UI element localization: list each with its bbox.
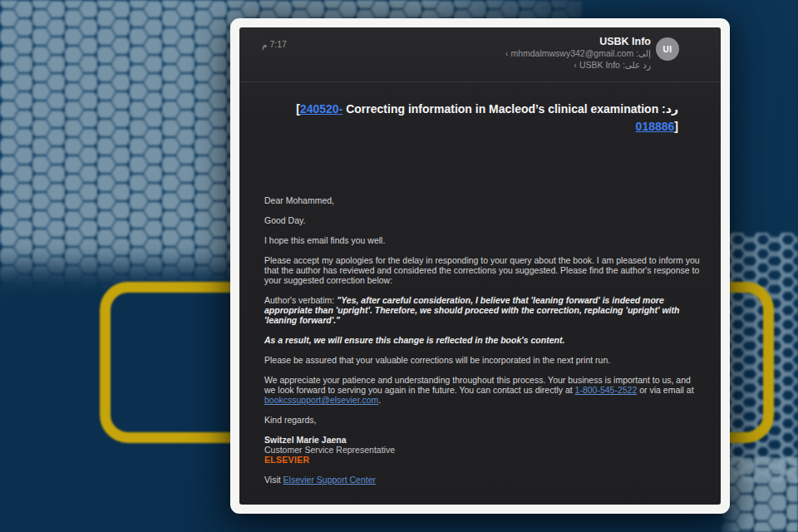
paragraph: Please accept my apologies for the delay… xyxy=(264,255,702,285)
to-address: mhmdalmwswy342@gmail.com xyxy=(510,48,633,60)
signature-block: Switzel Marie Jaena Customer Service Rep… xyxy=(264,435,702,465)
greeting: Dear Mohammed, xyxy=(264,195,702,205)
contact-text: or via email at xyxy=(637,385,693,395)
email-view: 7:17 م USBK Info ‹ mhmdalmwswy342@gmail.… xyxy=(239,27,721,505)
avatar[interactable]: UI xyxy=(656,37,679,61)
email-time: 7:17 م xyxy=(262,36,287,49)
chevron-left-icon: ‹ xyxy=(574,60,577,71)
support-email-link[interactable]: bookcssupport@elsevier.com xyxy=(264,395,378,405)
result-statement: As a result, we will ensure this change … xyxy=(264,335,702,345)
reply-to-value: USBK Info xyxy=(579,60,620,71)
signature-company: ELSEVIER xyxy=(264,455,702,465)
ticket-bracket-close: ] xyxy=(674,120,678,133)
subject-line: رد: Correcting information in Macleod’s … xyxy=(273,101,678,135)
signature-title: Customer Service Representative xyxy=(264,445,702,455)
verbatim-label: Author's verbatim: xyxy=(264,295,334,305)
chevron-left-icon: ‹ xyxy=(505,48,509,60)
paragraph: I hope this email finds you well. xyxy=(264,235,702,245)
email-body: Dear Mohammed, Good Day. I hope this ema… xyxy=(239,195,721,485)
header-divider xyxy=(239,81,721,82)
phone-link[interactable]: 1-800-545-2522 xyxy=(575,385,638,395)
author-verbatim-paragraph: Author's verbatim: "Yes, after careful c… xyxy=(264,295,702,325)
to-recipient-row[interactable]: ‹ mhmdalmwswy342@gmail.com إلى: xyxy=(505,48,651,60)
subject-title: Correcting information in Macleod’s clin… xyxy=(346,102,658,116)
signature-name: Switzel Marie Jaena xyxy=(264,435,702,445)
backdrop: 7:17 م USBK Info ‹ mhmdalmwswy342@gmail.… xyxy=(0,0,798,532)
paragraph: Please be assured that your valuable cor… xyxy=(264,355,702,365)
support-center-link[interactable]: Elsevier Support Center xyxy=(283,475,376,485)
reply-to-row[interactable]: ‹ USBK Info رد على: xyxy=(505,60,651,71)
contact-text: . xyxy=(378,395,381,405)
avatar-initials: UI xyxy=(663,45,672,54)
to-label: إلى: xyxy=(636,48,651,60)
closing: Kind regards, xyxy=(264,415,702,425)
hexagon-pattern-bottom-right xyxy=(722,457,798,532)
subject-reply-prefix: رد: xyxy=(662,102,678,116)
paragraph: Good Day. xyxy=(264,215,702,225)
email-header: 7:17 م USBK Info ‹ mhmdalmwswy342@gmail.… xyxy=(239,27,721,81)
sender-name: USBK Info xyxy=(505,36,651,48)
contact-paragraph: We appreciate your patience and understa… xyxy=(264,375,702,405)
visit-label: Visit xyxy=(264,475,283,485)
visit-line: Visit Elsevier Support Center xyxy=(264,475,702,485)
email-card: 7:17 م USBK Info ‹ mhmdalmwswy342@gmail.… xyxy=(230,18,730,514)
reply-to-label: رد على: xyxy=(623,60,651,71)
sender-block: USBK Info ‹ mhmdalmwswy342@gmail.com إلى… xyxy=(505,36,679,71)
